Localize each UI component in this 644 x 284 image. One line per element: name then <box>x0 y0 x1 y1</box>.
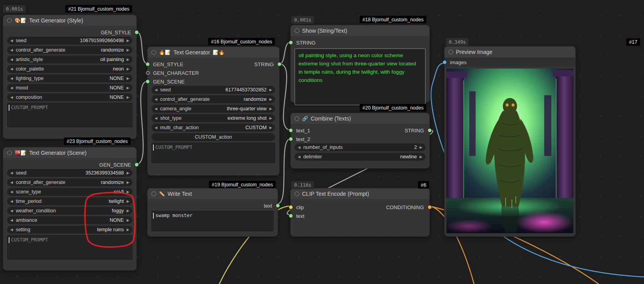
collapse-icon[interactable] <box>7 18 12 23</box>
decrement-arrow-icon[interactable]: ◀ <box>10 209 13 213</box>
increment-arrow-icon[interactable]: ▶ <box>127 58 129 61</box>
widget-weather-condition[interactable]: ◀weather_conditionfoggy▶ <box>7 207 133 215</box>
widget-multi-char-action[interactable]: ◀multi_char_actionCUSTOM▶ <box>151 124 275 132</box>
output-slot-text[interactable] <box>276 204 280 208</box>
decrement-arrow-icon[interactable]: ◀ <box>10 76 13 80</box>
input-slot-gen-style[interactable] <box>146 63 149 66</box>
custom-prompt-textarea[interactable]: CUSTOM_PROMPT <box>7 235 133 260</box>
write-text-textarea[interactable]: swamp monster <box>151 211 274 231</box>
increment-arrow-icon[interactable]: ▶ <box>127 39 129 43</box>
node-clip-text-encode[interactable]: CLIP Text Encode (Prompt) clip CONDITION… <box>291 188 429 236</box>
collapse-icon[interactable] <box>7 150 12 155</box>
widget-delimiter[interactable]: ◀delimiternewline▶ <box>295 153 426 161</box>
widget-setting[interactable]: ◀settingtemple ruins▶ <box>7 226 133 234</box>
input-slot-images[interactable] <box>443 61 446 64</box>
node-title-bar[interactable]: 🎨📝 Text Generator (Style) <box>3 15 136 26</box>
node-title-bar[interactable]: 🔗 Combine (Texts) <box>291 113 429 124</box>
widget-seed[interactable]: ◀seed35236399334588▶ <box>7 169 133 177</box>
increment-arrow-icon[interactable]: ▶ <box>127 76 129 80</box>
decrement-arrow-icon[interactable]: ◀ <box>10 48 13 52</box>
output-slot-gen-scene[interactable] <box>135 163 138 167</box>
node-title-bar[interactable]: Preview Image <box>444 46 575 58</box>
node-title-bar[interactable]: 🔥📝 Text Generator 📝🔥 <box>147 47 279 58</box>
increment-arrow-icon[interactable]: ▶ <box>127 171 129 175</box>
increment-arrow-icon[interactable]: ▶ <box>269 88 272 92</box>
node-text-generator[interactable]: 🔥📝 Text Generator 📝🔥 GEN_STYLE STRING GE… <box>147 47 279 175</box>
widget-ambiance[interactable]: ◀ambianceNONE▶ <box>7 216 133 224</box>
increment-arrow-icon[interactable]: ▶ <box>269 107 272 111</box>
decrement-arrow-icon[interactable]: ◀ <box>10 199 13 203</box>
output-slot-string[interactable] <box>428 129 431 132</box>
widget-lighting-type[interactable]: ◀lighting_typeNONE▶ <box>7 74 133 82</box>
input-slot-gen-scene[interactable] <box>146 80 149 84</box>
input-slot-text-1[interactable] <box>289 129 293 132</box>
collapse-icon[interactable] <box>295 191 299 196</box>
decrement-arrow-icon[interactable]: ◀ <box>10 180 13 184</box>
input-slot-clip[interactable] <box>289 206 293 209</box>
widget-custom-action[interactable]: CUSTOM_action <box>151 133 275 141</box>
widget-mood[interactable]: ◀moodNONE▶ <box>7 84 133 92</box>
widget-seed[interactable]: ◀seed617744537302852▶ <box>151 86 275 94</box>
widget-number-of-inputs[interactable]: ◀number_of_inputs2▶ <box>295 143 426 151</box>
custom-prompt-textarea[interactable]: CUSTOM_PROMPT <box>151 143 275 163</box>
widget-seed[interactable]: ◀seed1067915992660498▶ <box>7 37 133 45</box>
collapse-icon[interactable] <box>295 28 299 33</box>
decrement-arrow-icon[interactable]: ◀ <box>155 107 157 111</box>
decrement-arrow-icon[interactable]: ◀ <box>10 190 13 194</box>
increment-arrow-icon[interactable]: ▶ <box>127 95 129 99</box>
increment-arrow-icon[interactable]: ▶ <box>127 209 129 213</box>
decrement-arrow-icon[interactable]: ◀ <box>10 58 13 61</box>
widget-composition[interactable]: ◀compositionNONE▶ <box>7 93 133 101</box>
node-title-bar[interactable]: ✏️ Write Text <box>147 188 278 200</box>
increment-arrow-icon[interactable]: ▶ <box>420 145 422 149</box>
increment-arrow-icon[interactable]: ▶ <box>127 199 129 203</box>
decrement-arrow-icon[interactable]: ◀ <box>10 39 13 43</box>
input-slot-gen-character[interactable] <box>146 71 150 75</box>
decrement-arrow-icon[interactable]: ◀ <box>155 97 157 101</box>
output-slot-gen-style[interactable] <box>135 31 138 34</box>
node-write-text[interactable]: ✏️ Write Text text swamp monster <box>147 188 278 236</box>
increment-arrow-icon[interactable]: ▶ <box>127 190 129 194</box>
widget-control-after-generate[interactable]: ◀control_after_generaterandomize▶ <box>7 46 133 54</box>
widget-scene-type[interactable]: ◀scene_typesci-fi▶ <box>7 188 133 196</box>
output-slot-string[interactable] <box>278 63 281 66</box>
decrement-arrow-icon[interactable]: ◀ <box>10 95 13 99</box>
node-show-string-text[interactable]: Show (String/Text) STRING oil painting s… <box>291 25 429 102</box>
increment-arrow-icon[interactable]: ▶ <box>127 218 129 222</box>
decrement-arrow-icon[interactable]: ◀ <box>155 116 157 120</box>
input-slot-string[interactable] <box>289 41 293 45</box>
widget-color-palette[interactable]: ◀color_paletteneon▶ <box>7 65 133 73</box>
node-title-bar[interactable]: 🌇📝 Text Generator (Scene) <box>3 147 136 159</box>
decrement-arrow-icon[interactable]: ◀ <box>10 67 13 71</box>
decrement-arrow-icon[interactable]: ◀ <box>10 86 13 90</box>
node-title-bar[interactable]: CLIP Text Encode (Prompt) <box>291 188 429 200</box>
output-slot-conditioning[interactable] <box>428 206 431 209</box>
custom-prompt-textarea[interactable]: CUSTOM_PROMPT <box>7 103 133 127</box>
increment-arrow-icon[interactable]: ▶ <box>127 228 129 232</box>
increment-arrow-icon[interactable]: ▶ <box>127 67 129 71</box>
collapse-icon[interactable] <box>295 116 299 121</box>
widget-camera-angle[interactable]: ◀camera_anglethree-quarter view▶ <box>151 105 275 113</box>
decrement-arrow-icon[interactable]: ◀ <box>298 145 301 149</box>
widget-time-period[interactable]: ◀time_periodtwilight▶ <box>7 197 133 205</box>
decrement-arrow-icon[interactable]: ◀ <box>298 155 301 159</box>
decrement-arrow-icon[interactable]: ◀ <box>155 88 157 92</box>
node-text-generator-style[interactable]: 🎨📝 Text Generator (Style) GEN_STYLE ◀see… <box>3 15 136 139</box>
node-title-bar[interactable]: Show (String/Text) <box>291 25 429 37</box>
increment-arrow-icon[interactable]: ▶ <box>420 155 422 159</box>
widget-shot-type[interactable]: ◀shot_typeextreme long shot▶ <box>151 114 275 122</box>
collapse-icon[interactable] <box>448 50 453 54</box>
decrement-arrow-icon[interactable]: ◀ <box>10 218 13 222</box>
increment-arrow-icon[interactable]: ▶ <box>269 116 272 120</box>
increment-arrow-icon[interactable]: ▶ <box>127 180 129 184</box>
increment-arrow-icon[interactable]: ▶ <box>127 86 129 90</box>
increment-arrow-icon[interactable]: ▶ <box>269 126 272 130</box>
widget-control-after-generate[interactable]: ◀control_after_generaterandomize▶ <box>7 178 133 186</box>
widget-control-after-generate[interactable]: ◀control_after_generaterandomize▶ <box>151 95 275 103</box>
decrement-arrow-icon[interactable]: ◀ <box>155 126 157 130</box>
collapse-icon[interactable] <box>151 50 156 55</box>
node-text-generator-scene[interactable]: 🌇📝 Text Generator (Scene) GEN_SCENE ◀see… <box>3 147 136 270</box>
node-preview-image[interactable]: Preview Image images <box>444 46 575 236</box>
input-slot-text[interactable] <box>289 214 293 218</box>
increment-arrow-icon[interactable]: ▶ <box>269 97 272 101</box>
